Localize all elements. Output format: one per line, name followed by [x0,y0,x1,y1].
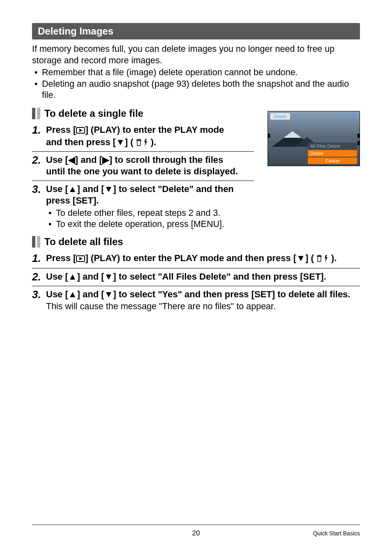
step-text: Use [▲] and [▼] to select "Delete" and t… [46,183,360,206]
step-number: 2. [32,154,46,177]
list-item: Deleting an audio snapshot (page 93) del… [32,79,360,101]
menu-item-delete: Delete [308,150,357,157]
subheading-text: To delete all files [44,236,123,248]
section-heading: Deleting Images [32,23,360,39]
svg-marker-5 [325,255,327,262]
step-number: 3. [32,183,46,230]
step-number: 2. [32,271,46,283]
divider [32,181,254,181]
subheading-marker-icon [32,236,40,248]
page-number: 20 [141,529,251,537]
divider [32,286,360,286]
svg-marker-2 [144,139,147,146]
list-item: Remember that a file (image) delete oper… [32,67,360,79]
nav-left-icon [267,134,270,138]
subheading-marker-icon [32,108,40,119]
nav-right-icon [357,134,360,138]
screenshot-title-label: Delete [270,113,290,120]
divider [32,268,360,269]
list-item: To exit the delete operation, press [MEN… [46,219,360,230]
list-item: To delete other files, repeat steps 2 an… [46,208,360,219]
play-button-icon [76,125,85,137]
svg-marker-4 [79,257,83,260]
step-number: 3. [32,289,46,313]
step-text: Use [▲] and [▼] to select "All Files Del… [46,271,360,282]
divider [32,151,254,152]
step-sub-bullets: To delete other files, repeat steps 2 an… [46,208,360,230]
step-number: 1. [32,252,46,265]
screenshot-file-id: 100-7418 [338,113,357,118]
step-1: 1. Press [] (PLAY) to enter the PLAY mod… [32,252,360,265]
step-3: 3. Use [▲] and [▼] to select "Delete" an… [32,183,360,230]
step-text: Press [] (PLAY) to enter the PLAY mode a… [46,252,360,265]
trash-flash-icon [316,255,329,262]
step-text: Use [▲] and [▼] to select "Yes" and then… [46,289,360,300]
trash-flash-icon [136,139,148,146]
menu-item-all-files-delete: All Files Delete [308,143,357,149]
footer-breadcrumb: Quick Start Basics [251,530,360,537]
delete-menu: All Files Delete Delete Cancel [308,142,357,164]
subheading-all-files: To delete all files [32,236,360,248]
step-number: 1. [32,124,46,148]
intro-paragraph: If memory becomes full, you can delete i… [32,44,360,66]
subheading-text: To delete a single file [44,108,143,119]
play-button-icon [76,253,85,265]
step-subtext: This will cause the message "There are n… [46,301,360,313]
nav-right-icon [357,141,360,145]
intro-bullet-list: Remember that a file (image) delete oper… [32,67,360,101]
step-2: 2. Use [▲] and [▼] to select "All Files … [32,271,360,283]
menu-item-cancel: Cancel [308,157,357,164]
footer-divider [32,524,360,525]
step-3: 3. Use [▲] and [▼] to select "Yes" and t… [32,289,360,313]
camera-screenshot: Delete 100-7418 All Files Delete Delete … [267,111,360,166]
svg-marker-1 [79,129,83,132]
